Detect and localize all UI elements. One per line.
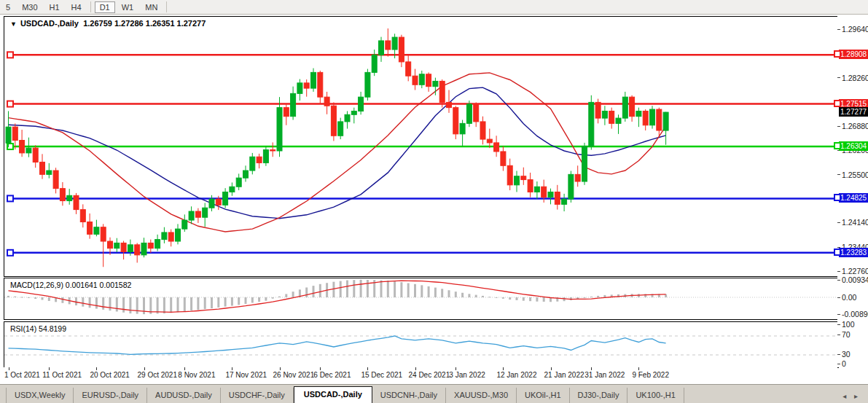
candle bbox=[345, 111, 350, 128]
timeframe-button-d1[interactable]: D1 bbox=[95, 1, 115, 13]
candle bbox=[263, 146, 268, 166]
rsi-panel[interactable]: RSI(14) 54.8199 bbox=[4, 321, 839, 368]
symbol-tab-dj30-daily[interactable]: DJ30-,Daily bbox=[570, 388, 628, 403]
tab-scroll-arrows[interactable]: ◂ ▸ bbox=[842, 392, 861, 400]
macd-bar bbox=[441, 289, 443, 297]
macd-axis-tick bbox=[837, 314, 840, 315]
candle bbox=[243, 165, 249, 181]
price-axis-tick bbox=[837, 77, 840, 78]
macd-bar bbox=[360, 280, 362, 297]
symbol-tab-audusd-daily[interactable]: AUDUSD-,Daily bbox=[147, 388, 221, 403]
macd-bar bbox=[177, 297, 179, 312]
price-axis-tick bbox=[837, 271, 840, 272]
timeframe-button-5[interactable]: 5 bbox=[1, 1, 15, 13]
price-axis-label: 1.28260 bbox=[842, 74, 868, 82]
timeframe-toolbar: 5M30H1H4D1W1MN bbox=[0, 0, 868, 15]
line-handle[interactable] bbox=[834, 249, 841, 256]
macd-bar bbox=[238, 297, 240, 305]
line-handle[interactable] bbox=[834, 100, 841, 107]
candlestick-plot[interactable] bbox=[4, 17, 837, 275]
macd-bar bbox=[455, 292, 457, 297]
candle bbox=[494, 136, 499, 157]
candle bbox=[528, 173, 533, 197]
symbol-tab-usdcad-daily[interactable]: USDCAD-,Daily bbox=[294, 386, 372, 403]
macd-bar bbox=[265, 297, 267, 301]
line-handle[interactable] bbox=[834, 50, 841, 58]
candle bbox=[630, 95, 635, 122]
candle bbox=[53, 168, 58, 193]
macd-bar bbox=[7, 296, 9, 297]
date-axis-label: 26 Nov 2021 bbox=[273, 371, 315, 379]
rsi-axis-tick bbox=[837, 334, 840, 335]
line-handle[interactable] bbox=[7, 195, 13, 201]
symbol-tab-xauusd-m30[interactable]: XAUUSD-,M30 bbox=[446, 388, 517, 403]
symbol-tab-eurusd-daily[interactable]: EURUSD-,Daily bbox=[74, 388, 147, 403]
macd-bar bbox=[272, 297, 274, 299]
macd-bar bbox=[245, 297, 247, 304]
date-axis-tick bbox=[9, 367, 9, 370]
candle bbox=[318, 71, 323, 104]
macd-bar bbox=[102, 297, 104, 310]
candle bbox=[40, 154, 45, 179]
line-handle[interactable] bbox=[834, 142, 841, 149]
candle bbox=[582, 143, 587, 185]
candle bbox=[223, 188, 228, 208]
macd-bar bbox=[224, 297, 227, 307]
candle bbox=[176, 224, 181, 244]
candle bbox=[94, 220, 99, 237]
date-axis-tick bbox=[232, 367, 232, 370]
line-handle[interactable] bbox=[7, 101, 13, 107]
macd-bar bbox=[122, 297, 125, 313]
symbol-tab-usdchf-daily[interactable]: USDCHF-,Daily bbox=[221, 388, 294, 403]
candle bbox=[534, 181, 539, 199]
candle bbox=[324, 92, 329, 114]
candle bbox=[189, 206, 194, 224]
macd-axis-tick bbox=[837, 280, 840, 281]
timeframe-button-h1[interactable]: H1 bbox=[44, 1, 65, 13]
candle bbox=[209, 195, 214, 211]
line-handle[interactable] bbox=[7, 250, 13, 256]
timeframe-button-m30[interactable]: M30 bbox=[17, 1, 42, 13]
date-axis-tick bbox=[367, 367, 368, 370]
rsi-axis-label: 70 bbox=[842, 330, 851, 339]
candle bbox=[67, 189, 72, 205]
axis-price-badge-1.23283: 1.23283 bbox=[839, 248, 868, 257]
date-axis-tick bbox=[280, 367, 281, 370]
macd-bar bbox=[231, 297, 233, 306]
symbol-tab-ukoil-h1[interactable]: UKOil-,H1 bbox=[517, 388, 570, 403]
macd-bar bbox=[380, 281, 383, 297]
symbol-tab-uk100-h1[interactable]: UK100-,H1 bbox=[627, 388, 684, 403]
line-handle[interactable] bbox=[7, 52, 13, 58]
axis-price-badge-1.26304: 1.26304 bbox=[839, 141, 868, 151]
timeframe-button-h4[interactable]: H4 bbox=[66, 1, 87, 13]
candle bbox=[141, 238, 146, 257]
symbol-tab-usdx-weekly[interactable]: USDX,Weekly bbox=[6, 388, 74, 403]
candle bbox=[47, 163, 52, 179]
candle bbox=[406, 55, 411, 81]
macd-bar bbox=[482, 296, 484, 297]
date-axis-label: 29 Oct 2021 bbox=[138, 371, 177, 379]
macd-bar bbox=[603, 295, 606, 297]
symbol-tab-usdcnh-daily[interactable]: USDCNH-,Daily bbox=[372, 388, 446, 403]
candle bbox=[338, 118, 343, 139]
candle bbox=[460, 120, 465, 146]
line-handle[interactable] bbox=[834, 194, 841, 201]
macd-bar bbox=[75, 297, 77, 305]
chart-dropdown-caret[interactable]: ▼ bbox=[10, 20, 17, 28]
macd-bar bbox=[319, 284, 321, 297]
candle bbox=[413, 69, 418, 90]
date-axis-tick bbox=[96, 367, 97, 370]
macd-panel[interactable]: MACD(12,26,9) 0.001641 0.001582 bbox=[4, 278, 839, 320]
price-axis-label: 1.25500 bbox=[842, 171, 868, 179]
macd-bar bbox=[278, 297, 281, 297]
candle bbox=[515, 171, 520, 192]
timeframe-button-w1[interactable]: W1 bbox=[117, 1, 139, 13]
candle bbox=[270, 142, 275, 157]
timeframe-button-mn[interactable]: MN bbox=[140, 1, 163, 13]
price-chart-panel[interactable]: ▼USDCAD-,Daily 1.26759 1.27286 1.26351 1… bbox=[4, 16, 839, 277]
macd-bar bbox=[584, 297, 586, 298]
candle bbox=[33, 145, 38, 168]
candle bbox=[622, 92, 627, 122]
candle bbox=[663, 112, 668, 145]
macd-bar bbox=[190, 297, 192, 310]
